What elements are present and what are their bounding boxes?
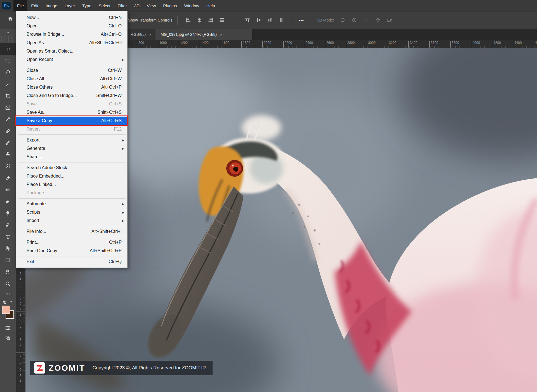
menu-item-new[interactable]: New... Ctrl+N xyxy=(16,13,127,22)
align-top-edges-icon[interactable] xyxy=(244,16,251,24)
clone-stamp-tool-icon xyxy=(5,152,11,158)
menu-item-import[interactable]: Import ▶ xyxy=(16,216,127,225)
menu-item-save[interactable]: Save Ctrl+S xyxy=(16,100,127,108)
threed-camera-icon[interactable] xyxy=(386,16,393,24)
menu-item-print[interactable]: Print... Ctrl+P xyxy=(16,238,127,247)
collapse-panel-icon[interactable]: » xyxy=(0,29,16,36)
tool-path-selection[interactable] xyxy=(0,243,16,254)
align-left-edges-icon[interactable] xyxy=(185,16,192,24)
tool-zoom[interactable] xyxy=(0,278,16,290)
menu-item-open-as-smart-object[interactable]: Open as Smart Object... xyxy=(16,47,127,55)
menubar-item-layer[interactable]: Layer xyxy=(61,0,79,11)
menu-item-close-and-go-to-bridge[interactable]: Close and Go to Bridge... Shift+Ctrl+W xyxy=(16,91,127,100)
rectangle-tool-icon xyxy=(5,257,11,263)
menu-item-save-a-copy[interactable]: Save a Copy... Alt+Ctrl+S xyxy=(16,117,127,125)
menubar-item-type[interactable]: Type xyxy=(79,0,95,11)
tool-rectangular-marquee[interactable] xyxy=(0,55,16,67)
tab-close-icon[interactable]: × xyxy=(220,32,223,37)
tool-dodge[interactable] xyxy=(0,207,16,219)
distribute-vertically-icon[interactable] xyxy=(255,16,262,24)
menubar-item-plugins[interactable]: Plugins xyxy=(159,0,180,11)
magic-wand-tool-icon xyxy=(5,81,11,87)
menu-item-place-embedded[interactable]: Place Embedded... xyxy=(16,172,127,180)
menu-item-open[interactable]: Open... Ctrl+O xyxy=(16,22,127,30)
tool-magic-wand[interactable] xyxy=(0,78,16,90)
tool-hand[interactable] xyxy=(0,266,16,278)
menu-item-open-recent[interactable]: Open Recent ▶ xyxy=(16,55,127,64)
menubar-item-window[interactable]: Window xyxy=(180,0,202,11)
tool-clone-stamp[interactable] xyxy=(0,149,16,160)
vertical-ruler-number: 2200 xyxy=(16,271,25,291)
threed-pan-icon[interactable] xyxy=(362,16,370,24)
horizontal-ruler-number: 2000 xyxy=(262,41,271,48)
menubar-item-select[interactable]: Select xyxy=(95,0,114,11)
menubar-item-3d[interactable]: 3D xyxy=(131,0,143,11)
menubar-item-help[interactable]: Help xyxy=(203,0,219,11)
screen-mode-icon[interactable] xyxy=(0,333,16,343)
align-bottom-edges-icon[interactable] xyxy=(266,16,274,24)
menu-item-exit[interactable]: Exit Ctrl+Q xyxy=(16,258,127,266)
foreground-color-swatch[interactable] xyxy=(2,306,10,314)
menu-item-close-all[interactable]: Close All Alt+Ctrl+W xyxy=(16,75,127,83)
menu-item-browse-in-bridge[interactable]: Browse in Bridge... Alt+Ctrl+O xyxy=(16,30,127,39)
tool-frame[interactable] xyxy=(0,102,16,114)
threed-slide-icon[interactable] xyxy=(374,16,381,24)
tab-document-2[interactable]: IMG_0931.jpg @ 24/4% (RGB/8) × xyxy=(156,29,252,40)
edit-toolbar-icon[interactable]: ••• xyxy=(0,290,16,298)
threed-orbit-icon[interactable] xyxy=(339,16,346,24)
menu-item-search-adobe-stock[interactable]: Search Adobe Stock... xyxy=(16,164,127,172)
align-right-edges-icon[interactable] xyxy=(207,16,214,24)
tool-rectangle[interactable] xyxy=(0,254,16,266)
path-selection-tool-icon xyxy=(5,245,11,252)
more-options-icon[interactable]: ••• xyxy=(299,18,304,23)
menu-item-open-as[interactable]: Open As... Alt+Shift+Ctrl+O xyxy=(16,39,127,47)
menu-item-save-as[interactable]: Save As... Shift+Ctrl+S xyxy=(16,108,127,117)
menu-item-automate[interactable]: Automate ▶ xyxy=(16,200,127,208)
tool-move[interactable] xyxy=(0,43,16,55)
menu-item-export[interactable]: Export ▶ xyxy=(16,136,127,144)
menu-item-close-others[interactable]: Close Others Alt+Ctrl+P xyxy=(16,83,127,91)
horizontal-ruler-number: 3200 xyxy=(388,41,397,48)
menu-item-print-one-copy[interactable]: Print One Copy Alt+Shift+Ctrl+P xyxy=(16,247,127,255)
menu-item-share[interactable]: Share... xyxy=(16,153,127,161)
tool-history-brush[interactable] xyxy=(0,160,16,172)
tool-type[interactable] xyxy=(0,231,16,243)
horizontal-ruler-number: 4200 xyxy=(492,41,501,48)
tool-crop[interactable] xyxy=(0,90,16,102)
tool-eyedropper[interactable] xyxy=(0,114,16,125)
show-transform-controls-label[interactable]: Show Transform Controls xyxy=(128,18,172,22)
tool-gradient[interactable] xyxy=(0,184,16,196)
menu-item-file-info[interactable]: File Info... Alt+Shift+Ctrl+I xyxy=(16,227,127,236)
default-colors-icon[interactable] xyxy=(2,300,7,304)
distribute-vertical-centers-icon[interactable] xyxy=(218,16,225,24)
tool-pen[interactable] xyxy=(0,219,16,231)
ruler-ticks-texture xyxy=(1,36,14,42)
align-horizontal-centers-icon[interactable] xyxy=(196,16,203,24)
distribute-horizontally-icon[interactable] xyxy=(277,16,285,24)
menubar-item-filter[interactable]: Filter xyxy=(114,0,131,11)
swap-colors-icon[interactable] xyxy=(9,300,14,304)
menu-item-place-linked[interactable]: Place Linked... xyxy=(16,180,127,189)
menu-item-close[interactable]: Close Ctrl+W xyxy=(16,66,127,75)
menu-item-generate[interactable]: Generate ▶ xyxy=(16,144,127,153)
submenu-arrow-icon: ▶ xyxy=(122,58,124,61)
tab-close-icon[interactable]: × xyxy=(149,32,152,37)
menubar-item-image[interactable]: Image xyxy=(42,0,61,11)
menubar-item-view[interactable]: View xyxy=(143,0,159,11)
menubar-item-edit[interactable]: Edit xyxy=(27,0,42,11)
horizontal-ruler-number: 1200 xyxy=(179,41,188,48)
menu-item-package[interactable]: Package... xyxy=(16,189,127,197)
gradient-tool-icon xyxy=(5,187,11,193)
tool-brush[interactable] xyxy=(0,137,16,149)
home-icon[interactable] xyxy=(7,16,13,22)
horizontal-ruler-number: 3000 xyxy=(367,41,376,48)
tool-spot-healing-brush[interactable] xyxy=(0,125,16,137)
tool-lasso[interactable] xyxy=(0,67,16,78)
threed-roll-icon[interactable] xyxy=(351,16,358,24)
tool-smudge[interactable] xyxy=(0,196,16,207)
menubar-item-file[interactable]: File xyxy=(13,0,27,11)
quick-mask-icon[interactable] xyxy=(0,323,16,333)
menu-item-scripts[interactable]: Scripts ▶ xyxy=(16,208,127,216)
menu-item-revert[interactable]: Revert F12 xyxy=(16,125,127,133)
tool-eraser[interactable] xyxy=(0,172,16,184)
